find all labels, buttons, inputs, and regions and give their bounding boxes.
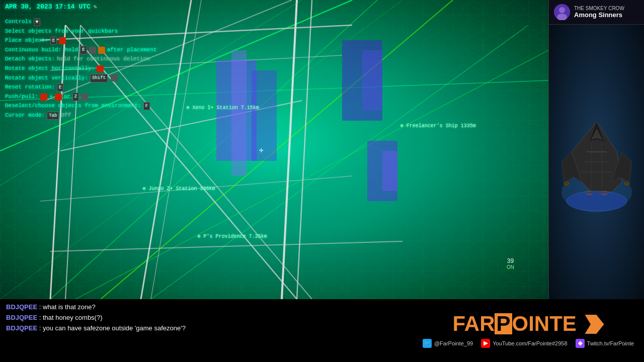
chat-text-3: : you can have safezone outside 'game sa… bbox=[39, 324, 186, 332]
mini-map-indicator: 39 ON bbox=[507, 257, 514, 270]
brand-ointe: ointe bbox=[512, 312, 577, 335]
stream-title: Among Sinners bbox=[574, 11, 624, 19]
chat-message-2: BDJQPEE : that honey combs(?) bbox=[6, 314, 407, 321]
brand-far: Far bbox=[452, 312, 495, 335]
twitter-handle: @FarPointe_99 bbox=[434, 340, 473, 346]
distance-jungo: ⊕ Jungo Z+ Station 336km bbox=[142, 186, 215, 192]
chat-area: BDJQPEE : what is that zone? BDJQPEE : t… bbox=[0, 299, 413, 362]
game-viewport: APR 30, 2023 17:14 UTC ✎ Controls ▼ Sele… bbox=[0, 0, 548, 299]
hud-select: Select objects from your quickbars bbox=[5, 27, 157, 36]
hud-reset-rot: Reset rotation: E bbox=[5, 83, 157, 92]
twitch-handle: Twitch.tv/FarPointe bbox=[587, 340, 634, 346]
chat-text-1: : what is that zone? bbox=[39, 303, 96, 311]
distance-freelancer: ⊕ Freelancer's Ship 1335m bbox=[400, 123, 476, 129]
hud-rotate-h: Rotate object horizontally: bbox=[5, 64, 157, 73]
streamer-avatar bbox=[554, 4, 570, 20]
streamer-name: The SMoKEY CrOw bbox=[574, 6, 624, 11]
brand-p: P bbox=[495, 313, 512, 334]
social-links: 🐦 @FarPointe_99 ▶ YouTube.com/FarPointe#… bbox=[423, 339, 634, 348]
hud-cursor: Cursor mode: Tab Off bbox=[5, 111, 157, 120]
controls-hud: Controls ▼ Select objects from your quic… bbox=[5, 18, 157, 121]
time-display: 17:14 UTC bbox=[55, 3, 91, 11]
social-twitch: ◆ Twitch.tv/FarPointe bbox=[576, 339, 634, 348]
social-youtube: ▶ YouTube.com/FarPointe#2958 bbox=[481, 339, 567, 348]
streamer-info: The SMoKEY CrOw Among Sinners bbox=[574, 6, 624, 19]
mini-map-number: 39 bbox=[507, 257, 514, 264]
crosshair: ✛ bbox=[259, 146, 267, 154]
ship-preview bbox=[549, 25, 644, 299]
svg-point-52 bbox=[567, 191, 627, 211]
chat-user-3: BDJQPEE bbox=[6, 324, 37, 332]
svg-point-49 bbox=[624, 182, 629, 185]
stream-header: The SMoKEY CrOw Among Sinners bbox=[549, 0, 644, 25]
brand-logo: FarPointe bbox=[452, 313, 604, 335]
timestamp: APR 30, 2023 17:14 UTC ✎ bbox=[5, 3, 97, 11]
svg-point-33 bbox=[559, 7, 565, 13]
chat-text-2: : that honey combs(?) bbox=[39, 314, 103, 321]
hud-detach: Detach objects: hold for continuous dele… bbox=[5, 55, 157, 64]
chat-message-1: BDJQPEE : what is that zone? bbox=[6, 303, 407, 311]
stream-panel: The SMoKEY CrOw Among Sinners bbox=[548, 0, 644, 299]
ship-svg bbox=[556, 112, 637, 212]
hud-push-pull: Push/pull: + or Z bbox=[5, 93, 157, 102]
twitter-icon: 🐦 bbox=[423, 339, 432, 348]
social-twitter: 🐦 @FarPointe_99 bbox=[423, 339, 473, 348]
hud-place: Place object: E bbox=[5, 36, 157, 45]
controls-title: Controls ▼ bbox=[5, 18, 157, 27]
brand-bar: FarPointe 🐦 @FarPointe_99 ▶ YouTube.com/… bbox=[413, 299, 644, 362]
chat-message-3: BDJQPEE : you can have safezone outside … bbox=[6, 324, 407, 332]
chat-user-1: BDJQPEE bbox=[6, 303, 37, 311]
chat-user-2: BDJQPEE bbox=[6, 314, 37, 321]
youtube-handle: YouTube.com/FarPointe#2958 bbox=[493, 340, 567, 346]
date-display: APR 30, 2023 bbox=[5, 3, 52, 11]
mini-map-status: ON bbox=[507, 264, 514, 270]
hud-deselect: Deselect/choose objects from environment… bbox=[5, 102, 157, 111]
edit-icon: ✎ bbox=[94, 4, 97, 10]
svg-point-48 bbox=[564, 182, 569, 185]
youtube-icon: ▶ bbox=[481, 339, 490, 348]
brand-arrow-icon bbox=[585, 315, 604, 334]
twitch-icon: ◆ bbox=[576, 339, 585, 348]
hud-rotate-v: Rotate object vertically: Shift bbox=[5, 74, 157, 83]
hud-continuous: Continuous build: hold E after placement bbox=[5, 46, 157, 55]
distance-xeno: ⊕ Xeno I+ Station 7.15km bbox=[187, 105, 259, 111]
distance-providence: ⊕ P's Providence 7.35km bbox=[197, 233, 267, 239]
